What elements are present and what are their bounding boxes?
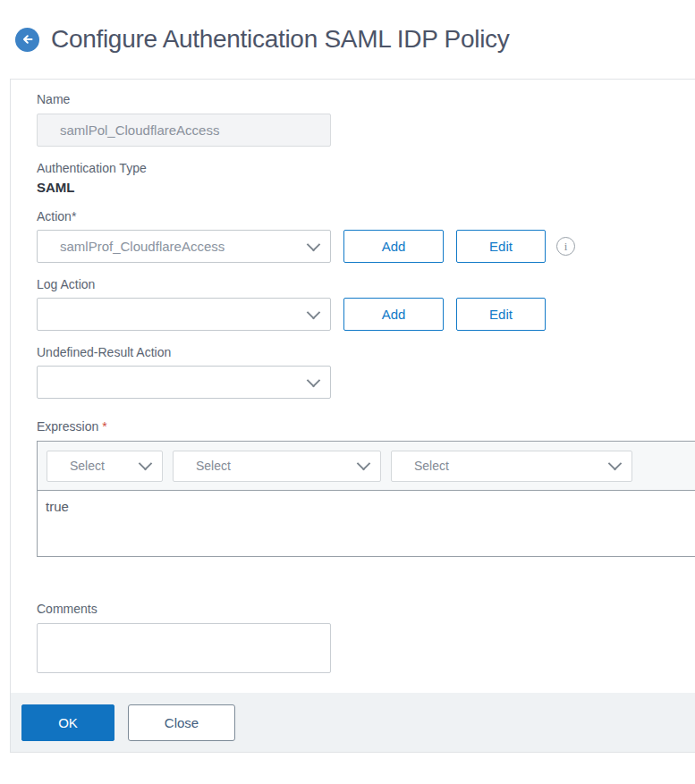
chevron-down-icon (307, 237, 321, 251)
expression-editor: Select Select Select true (37, 441, 695, 557)
arrow-left-icon (21, 32, 35, 46)
close-button[interactable]: Close (128, 704, 235, 741)
chevron-down-icon (139, 457, 153, 471)
action-select[interactable]: samlProf_CloudflareAccess (37, 230, 331, 263)
ok-button[interactable]: OK (21, 704, 114, 741)
log-action-select[interactable] (37, 298, 331, 331)
chevron-down-icon (307, 305, 321, 319)
expression-toolbar: Select Select Select (38, 442, 695, 491)
authentication-type-label: Authentication Type (37, 161, 695, 175)
required-asterisk: * (102, 419, 106, 434)
log-action-add-button[interactable]: Add (343, 298, 444, 331)
log-action-edit-button[interactable]: Edit (456, 298, 546, 331)
back-button[interactable] (15, 28, 39, 52)
expression-input[interactable]: true (38, 491, 695, 556)
chevron-down-icon (357, 457, 371, 471)
action-add-button[interactable]: Add (343, 230, 444, 263)
form-panel: Name Authentication Type SAML Action* sa… (10, 79, 695, 753)
action-select-value: samlProf_CloudflareAccess (60, 239, 225, 254)
log-action-label: Log Action (37, 277, 695, 291)
expression-label: Expression * (37, 419, 695, 434)
info-icon[interactable]: i (556, 237, 575, 256)
footer-bar: OK Close (11, 693, 695, 752)
undefined-result-action-label: Undefined-Result Action (37, 345, 695, 359)
name-label: Name (37, 92, 695, 106)
expression-select-3[interactable]: Select (391, 451, 632, 482)
comments-label: Comments (37, 602, 695, 616)
expression-select-2[interactable]: Select (173, 451, 381, 482)
action-label: Action* (37, 209, 695, 223)
name-input (37, 114, 331, 147)
page-title: Configure Authentication SAML IDP Policy (51, 25, 510, 54)
chevron-down-icon (608, 457, 623, 471)
chevron-down-icon (307, 373, 321, 387)
comments-input[interactable] (37, 623, 331, 673)
expression-select-1[interactable]: Select (47, 451, 163, 482)
undefined-result-action-select[interactable] (37, 366, 331, 399)
page-header: Configure Authentication SAML IDP Policy (0, 0, 695, 79)
authentication-type-value: SAML (37, 180, 695, 195)
action-edit-button[interactable]: Edit (456, 230, 546, 263)
